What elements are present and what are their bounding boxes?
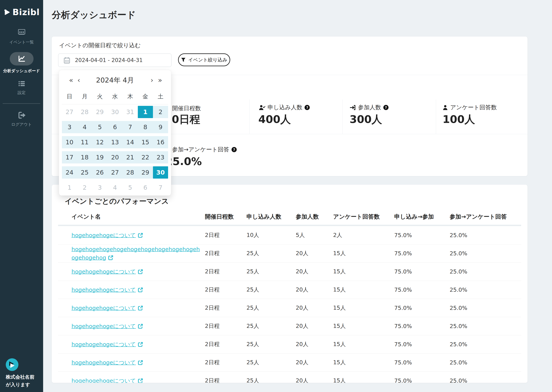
calendar-day[interactable]: 6 <box>138 182 153 194</box>
calendar-day[interactable]: 4 <box>107 182 123 194</box>
calendar-day[interactable]: 11 <box>77 136 92 148</box>
event-link[interactable]: hogehogehogeについて <box>72 232 136 238</box>
calendar-day[interactable]: 22 <box>138 151 153 163</box>
table-row: hogehogehogeについて2日程25人20人15人75.0%25.0% <box>58 299 521 317</box>
calendar-day[interactable]: 9 <box>153 121 168 133</box>
calendar-day[interactable]: 6 <box>107 121 123 133</box>
calendar-day[interactable]: 1 <box>62 182 77 194</box>
event-filter-button[interactable]: イベント絞り込み <box>178 53 230 66</box>
event-performance-card: イベントごとのパフォーマンス イベント名 開催日程数 申し込み人数 参加人数 ア… <box>52 185 527 383</box>
table-cell: 25人 <box>247 377 296 383</box>
event-name-cell: hogehogehogeについて <box>58 267 205 276</box>
calendar-day[interactable]: 30 <box>107 106 123 118</box>
event-link[interactable]: hogehogehogeについて <box>72 268 136 275</box>
event-link[interactable]: hogehogehogeについて <box>72 305 136 311</box>
column-header: 参加→アンケート回答 <box>450 213 521 221</box>
sidebar-item-analytics-dashboard[interactable]: 分析ダッシュボード <box>0 52 43 73</box>
calendar-day[interactable]: 28 <box>123 166 138 179</box>
event-link[interactable]: hogehogehogeについて <box>72 341 136 348</box>
table-row: hogehogehogeについて2日程25人20人15人75.0%25.0% <box>58 317 521 335</box>
calendar-day[interactable]: 20 <box>107 151 123 163</box>
calendar-day[interactable]: 21 <box>123 151 138 163</box>
table-cell: 25人 <box>247 304 296 312</box>
column-header: 参加人数 <box>296 213 333 221</box>
table-cell: 15人 <box>333 304 394 312</box>
table-cell: 15人 <box>333 286 394 294</box>
list-icon <box>18 80 26 87</box>
calendar-day[interactable]: 1 <box>138 106 153 118</box>
help-icon[interactable]: ? <box>383 105 389 110</box>
stat-survey-answers-value: 100人 <box>443 113 475 125</box>
calendar-day[interactable]: 12 <box>92 136 107 148</box>
calendar-day[interactable]: 29 <box>138 166 153 179</box>
table-cell: 5人 <box>296 231 333 239</box>
calendar-day[interactable]: 30 <box>153 166 168 179</box>
calendar-day[interactable]: 14 <box>123 136 138 148</box>
calendar-week-row: 3456789 <box>62 121 168 133</box>
active-pill <box>10 52 34 65</box>
calendar-day[interactable]: 26 <box>92 166 107 179</box>
table-cell: 25.0% <box>450 305 521 311</box>
calendar-day[interactable]: 3 <box>92 182 107 194</box>
table-cell: 2日程 <box>205 250 247 257</box>
company-avatar[interactable] <box>6 358 18 371</box>
calendar-day[interactable]: 8 <box>138 121 153 133</box>
event-link[interactable]: hogehogehogeについて <box>72 287 136 293</box>
calendar-day[interactable]: 5 <box>123 182 138 194</box>
calendar-day[interactable]: 13 <box>107 136 123 148</box>
date-range-value: 2024-04-01 - 2024-04-31 <box>75 57 143 63</box>
calendar-day[interactable]: 24 <box>62 166 77 179</box>
table-row: hogehogehogeについて2日程25人20人15人75.0%25.0% <box>58 335 521 353</box>
column-header: イベント名 <box>58 213 205 221</box>
table-cell: 25.0% <box>450 287 521 293</box>
table-cell: 15人 <box>333 322 394 330</box>
calendar-day[interactable]: 7 <box>153 182 168 194</box>
sidebar-item-settings[interactable]: 設定 <box>0 80 43 95</box>
table-row: hogehogehogeについて2日程25人20人15人75.0%25.0% <box>58 371 521 383</box>
calendar-day[interactable]: 10 <box>62 136 77 148</box>
table-cell: 20人 <box>296 322 333 330</box>
sidebar-item-label: 分析ダッシュボード <box>3 68 40 73</box>
calendar-day[interactable]: 16 <box>153 136 168 148</box>
table-cell: 75.0% <box>394 287 450 293</box>
sidebar-item-events[interactable]: イベント一覧 <box>0 28 43 45</box>
event-link[interactable]: hogehogehogeについて <box>72 378 136 383</box>
table-cell: 2日程 <box>205 268 247 275</box>
table-cell: 20人 <box>296 359 333 366</box>
calendar-day[interactable]: 23 <box>153 151 168 163</box>
calendar-day[interactable]: 19 <box>92 151 107 163</box>
calendar-day[interactable]: 18 <box>77 151 92 163</box>
table-cell: 2人 <box>333 231 394 239</box>
event-link[interactable]: hogehogehogeについて <box>72 323 136 329</box>
calendar-day[interactable]: 2 <box>77 182 92 194</box>
calendar-day[interactable]: 5 <box>92 121 107 133</box>
calendar-day[interactable]: 3 <box>62 121 77 133</box>
calendar-day[interactable]: 27 <box>62 106 77 118</box>
table-header-row: イベント名 開催日程数 申し込み人数 参加人数 アンケート回答数 申し込み→参加… <box>58 211 521 222</box>
calendar-day[interactable]: 2 <box>153 106 168 118</box>
calendar-day[interactable]: 17 <box>62 151 77 163</box>
table-cell: 25人 <box>247 250 296 257</box>
calendar-next-month-button[interactable]: › <box>151 76 153 84</box>
event-link[interactable]: hogehogehogehogehogehogehogehogehogehoge… <box>72 246 200 261</box>
calendar-day[interactable]: 15 <box>138 136 153 148</box>
table-body: hogehogehogeについて2日程10人5人2人75.0%25.0%hoge… <box>58 226 521 383</box>
help-icon[interactable]: ? <box>232 147 237 152</box>
sidebar-item-logout[interactable]: ログアウト <box>0 112 43 127</box>
help-icon[interactable]: ? <box>305 105 310 110</box>
table-cell: 25.0% <box>450 341 521 348</box>
calendar-day[interactable]: 7 <box>123 121 138 133</box>
calendar-day[interactable]: 28 <box>77 106 92 118</box>
calendar-next-year-button[interactable]: » <box>158 76 162 84</box>
calendar-day[interactable]: 27 <box>107 166 123 179</box>
calendar-day[interactable]: 31 <box>123 106 138 118</box>
calendar-day[interactable]: 4 <box>77 121 92 133</box>
calendar-day[interactable]: 25 <box>77 166 92 179</box>
table-cell: 25人 <box>247 341 296 348</box>
logout-icon <box>17 112 26 119</box>
event-link[interactable]: hogehogehogeについて <box>72 359 136 366</box>
chart-line-icon <box>18 55 26 63</box>
calendar-weekday: 日 <box>62 91 77 104</box>
date-range-input[interactable]: 2024-04-01 - 2024-04-31 <box>58 53 172 67</box>
calendar-day[interactable]: 29 <box>92 106 107 118</box>
